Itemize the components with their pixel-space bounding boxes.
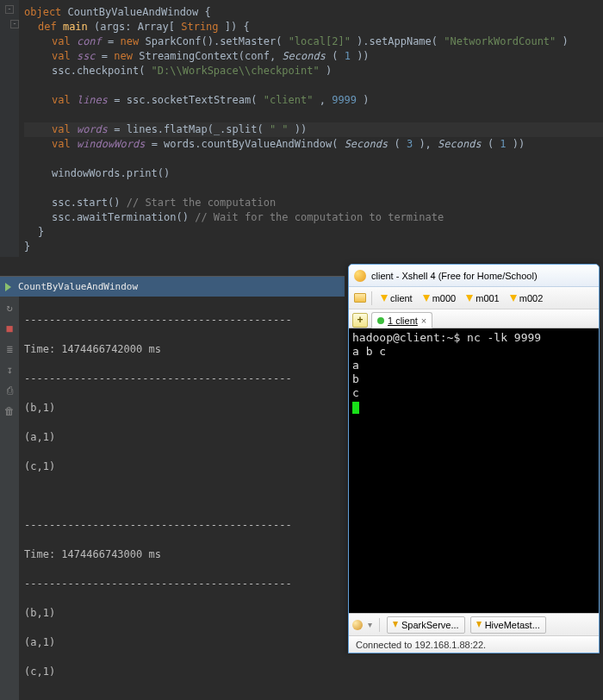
keyword: def [38,21,57,33]
terminal-line: a [352,359,595,372]
run-config-name: CountByValueAndWindow [18,281,138,292]
xshell-window: client - Xshell 4 (Free for Home/School)… [348,264,600,653]
terminal-line: b [352,372,595,386]
class-name: CountByValueAndWindow [68,6,199,18]
xshell-app-icon [354,270,366,282]
xshell-bottombar: ▾ SparkServe... HiveMetast... [349,613,599,635]
session-client[interactable]: client [377,292,416,304]
cursor-icon [352,402,359,414]
stop-icon[interactable]: ■ [3,322,16,334]
tab-client[interactable]: 1 client × [371,312,432,328]
fold-handle[interactable]: - [5,5,14,14]
scroll-icon[interactable]: ↧ [3,364,16,376]
connected-dot-icon [377,317,384,324]
bolt-icon [466,295,473,302]
fn-name: main [63,21,88,33]
add-tab-button[interactable]: + [352,313,368,328]
terminal-line: c [352,386,595,400]
dropdown-icon[interactable]: ▾ [368,620,372,629]
keyword: object [24,6,61,18]
bolt-icon [393,622,398,628]
run-header[interactable]: CountByValueAndWindow [0,276,345,297]
xshell-tabbar: + 1 client × [349,309,599,328]
fold-handle[interactable]: - [10,20,19,28]
type: String [181,21,218,33]
rerun-icon[interactable]: ↻ [3,302,16,314]
separator [379,618,380,632]
console-pane: ↻ ■ ≣ ↧ ⎙ 🗑 ----------------------------… [0,297,345,700]
hivemetastore-button[interactable]: HiveMetast... [470,616,546,634]
terminal[interactable]: hadoop@client:~$ nc -lk 9999 a b c a b c [349,328,599,613]
gear-icon[interactable] [352,620,363,630]
bolt-icon [510,295,517,302]
code-editor[interactable]: object CountByValueAndWindow { def main … [0,0,603,257]
console-output[interactable]: ----------------------------------------… [19,297,345,700]
session-m002[interactable]: m002 [507,292,547,304]
folder-icon[interactable] [354,293,366,303]
bolt-icon [476,622,482,628]
tab-label: 1 client [388,316,418,326]
session-m001[interactable]: m001 [463,292,503,304]
terminal-line: hadoop@client:~$ nc -lk 9999 [352,331,595,345]
bolt-icon [423,295,430,302]
print-icon[interactable]: ⎙ [3,384,16,397]
pause-icon[interactable]: ≣ [3,343,16,355]
session-m000[interactable]: m000 [420,292,460,304]
sparkserver-button[interactable]: SparkServe... [387,616,465,634]
terminal-line: a b c [352,345,595,359]
xshell-toolbar: client m000 m001 m002 [349,287,599,309]
separator [371,291,372,305]
run-icon [5,283,11,291]
status-text: Connected to 192.168.1.88:22. [356,640,486,650]
trash-icon[interactable]: 🗑 [3,405,16,417]
xshell-title-text: client - Xshell 4 (Free for Home/School) [371,271,538,281]
xshell-statusbar: Connected to 192.168.1.88:22. [349,635,599,653]
close-icon[interactable]: × [421,316,426,326]
xshell-titlebar[interactable]: client - Xshell 4 (Free for Home/School) [349,265,599,287]
bolt-icon [381,295,388,302]
